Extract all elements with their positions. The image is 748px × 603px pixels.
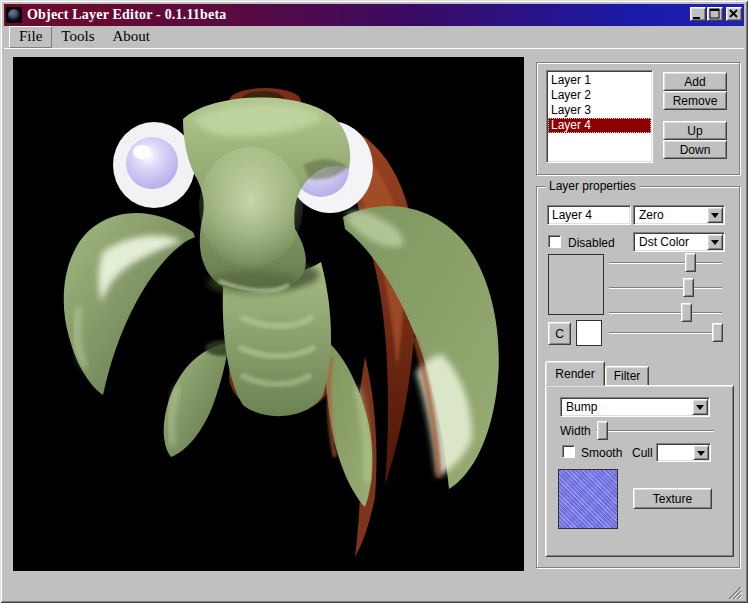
menubar: File Tools About bbox=[4, 26, 744, 49]
color-slider-red[interactable] bbox=[609, 253, 722, 273]
cull-value bbox=[662, 446, 692, 459]
color-slider-blue[interactable] bbox=[609, 303, 722, 323]
slider-thumb[interactable] bbox=[597, 421, 608, 440]
titlebar[interactable]: Object Layer Editor - 0.1.11beta bbox=[4, 4, 744, 26]
app-icon[interactable] bbox=[6, 7, 22, 23]
menu-about[interactable]: About bbox=[103, 27, 159, 47]
layer-list-item[interactable]: Layer 4 bbox=[548, 118, 651, 133]
render-mode-dropdown[interactable]: Bump bbox=[560, 397, 710, 417]
resize-grip-icon[interactable] bbox=[727, 585, 742, 598]
slider-track[interactable] bbox=[609, 287, 722, 289]
minimize-button[interactable] bbox=[690, 7, 706, 21]
tab-render[interactable]: Render bbox=[545, 361, 605, 386]
add-layer-button[interactable]: Add bbox=[663, 72, 727, 91]
model-viewport[interactable] bbox=[13, 57, 524, 571]
dst-blend-value: Dst Color bbox=[639, 235, 706, 249]
layer-list-item[interactable]: Layer 3 bbox=[548, 103, 651, 118]
menu-tools[interactable]: Tools bbox=[52, 27, 103, 47]
window-title: Object Layer Editor - 0.1.11beta bbox=[27, 7, 227, 23]
layer-properties-label: Layer properties bbox=[545, 179, 640, 193]
slider-track[interactable] bbox=[596, 430, 714, 432]
disabled-label: Disabled bbox=[568, 236, 615, 250]
color-slider-green[interactable] bbox=[609, 278, 722, 298]
close-button[interactable] bbox=[726, 7, 742, 21]
layers-group: Layer 1 Layer 2 Layer 3 Layer 4 Add Remo… bbox=[536, 62, 740, 175]
src-blend-dropdown[interactable]: Zero bbox=[633, 205, 725, 225]
cull-arrow-button[interactable] bbox=[693, 445, 709, 460]
disabled-checkbox[interactable] bbox=[548, 235, 561, 248]
chevron-down-icon bbox=[696, 405, 704, 410]
turtle-left-eye bbox=[113, 122, 195, 208]
render-mode-value: Bump bbox=[566, 400, 691, 414]
chevron-down-icon bbox=[711, 240, 719, 245]
maximize-button[interactable] bbox=[707, 7, 723, 21]
alpha-slider[interactable] bbox=[609, 323, 722, 343]
layer-listbox[interactable]: Layer 1 Layer 2 Layer 3 Layer 4 bbox=[546, 70, 653, 163]
layer-properties-group: Layer properties Zero Disabled Dst Color bbox=[536, 186, 740, 568]
layer-list-item[interactable]: Layer 1 bbox=[548, 73, 651, 88]
slider-thumb[interactable] bbox=[712, 323, 723, 342]
cull-dropdown[interactable] bbox=[656, 443, 711, 462]
chevron-down-icon bbox=[711, 213, 719, 218]
texture-preview-swatch bbox=[558, 469, 618, 529]
slider-track[interactable] bbox=[609, 332, 722, 334]
tab-filter[interactable]: Filter bbox=[605, 366, 649, 386]
remove-layer-button[interactable]: Remove bbox=[663, 91, 727, 110]
width-label: Width bbox=[560, 424, 591, 438]
src-blend-arrow-button[interactable] bbox=[707, 207, 723, 223]
texture-button[interactable]: Texture bbox=[633, 488, 712, 509]
dst-blend-arrow-button[interactable] bbox=[707, 234, 723, 250]
color-preview-swatch bbox=[548, 254, 604, 315]
slider-track[interactable] bbox=[609, 312, 722, 314]
width-slider[interactable] bbox=[596, 421, 714, 441]
slider-thumb[interactable] bbox=[681, 303, 692, 322]
maximize-icon bbox=[709, 8, 721, 20]
menu-file[interactable]: File bbox=[9, 26, 52, 48]
slider-thumb[interactable] bbox=[685, 253, 696, 272]
close-icon bbox=[728, 8, 740, 20]
app-window: Object Layer Editor - 0.1.11beta File To… bbox=[0, 0, 748, 603]
chevron-down-icon bbox=[697, 451, 705, 456]
smooth-label: Smooth bbox=[581, 446, 622, 460]
alpha-preview-swatch bbox=[576, 320, 602, 346]
color-picker-button[interactable]: C bbox=[548, 322, 571, 345]
cull-label: Cull bbox=[632, 446, 653, 460]
move-layer-down-button[interactable]: Down bbox=[663, 140, 727, 159]
slider-track[interactable] bbox=[609, 262, 722, 264]
render-tab-pane: Bump Width Smooth Cull Texture bbox=[545, 385, 734, 557]
slider-thumb[interactable] bbox=[683, 278, 694, 297]
layer-list-item[interactable]: Layer 2 bbox=[548, 88, 651, 103]
src-blend-value: Zero bbox=[639, 208, 706, 222]
layer-name-input[interactable] bbox=[547, 205, 631, 225]
render-mode-arrow-button[interactable] bbox=[692, 399, 708, 415]
minimize-icon bbox=[692, 9, 704, 20]
smooth-checkbox[interactable] bbox=[562, 445, 575, 458]
move-layer-up-button[interactable]: Up bbox=[663, 121, 727, 140]
dst-blend-dropdown[interactable]: Dst Color bbox=[633, 232, 725, 252]
turtle-model bbox=[13, 57, 524, 571]
